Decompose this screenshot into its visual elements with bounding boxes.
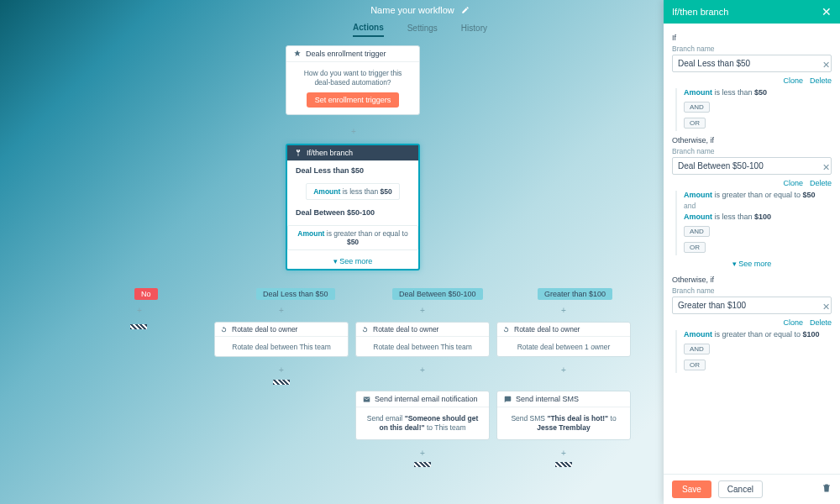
panel-footer: Save Cancel: [664, 474, 840, 504]
trigger-prompt: How do you want to trigger this deal-bas…: [297, 69, 409, 87]
card-header: Deals enrollment trigger: [286, 46, 419, 62]
plus-icon[interactable]: +: [420, 365, 425, 375]
end-marker: [414, 462, 431, 467]
remove-branch-icon[interactable]: ✕: [822, 302, 830, 312]
see-more-link[interactable]: ▾ See more: [672, 257, 832, 270]
branch-1-name-input[interactable]: [672, 55, 832, 72]
branch-1-title: Deal Less than $50: [287, 161, 418, 180]
enrollment-trigger-card[interactable]: Deals enrollment trigger How do you want…: [286, 45, 420, 115]
branch-3-name-input[interactable]: [672, 297, 832, 314]
email-icon: [363, 396, 370, 403]
card-header: If/then branch: [287, 145, 418, 161]
tab-actions[interactable]: Actions: [353, 23, 384, 37]
branch-2-title: Deal Between $50-100: [287, 203, 418, 222]
end-marker: [555, 462, 572, 467]
cancel-button[interactable]: Cancel: [718, 480, 763, 498]
and-chip[interactable]: AND: [684, 344, 710, 354]
set-enrollment-triggers-button[interactable]: Set enrollment triggers: [307, 92, 400, 108]
plus-icon[interactable]: +: [420, 449, 425, 458]
rotate-icon: [361, 326, 369, 333]
close-icon[interactable]: ✕: [822, 5, 832, 18]
branch-block-1: Branch name ✕ CloneDelete Amount is less…: [672, 45, 832, 131]
branch-3-condition[interactable]: Amount is greater than or equal to $100: [684, 330, 832, 339]
or-chip[interactable]: OR: [684, 360, 706, 370]
pencil-icon[interactable]: [461, 6, 470, 14]
if-then-branch-card[interactable]: If/then branch Deal Less than $50 Amount…: [286, 144, 420, 270]
plus-icon[interactable]: +: [279, 306, 284, 315]
branch-2a-condition[interactable]: Amount is greater than or equal to $50: [684, 191, 832, 199]
branch-2b-condition[interactable]: Amount is less than $100: [684, 213, 832, 221]
plus-icon[interactable]: +: [561, 365, 566, 375]
clone-link[interactable]: Clone: [783, 76, 803, 85]
end-marker: [273, 380, 290, 385]
delete-link[interactable]: Delete: [810, 179, 832, 187]
see-more-link[interactable]: ▾ See more: [287, 254, 418, 269]
plus-icon[interactable]: +: [420, 306, 425, 315]
delete-link[interactable]: Delete: [810, 318, 832, 327]
branch-block-2: Branch name ✕ CloneDelete Amount is grea…: [672, 147, 832, 270]
and-chip[interactable]: AND: [684, 102, 710, 113]
branch-icon: [294, 149, 302, 157]
or-chip[interactable]: OR: [684, 118, 706, 129]
send-sms-card[interactable]: Send internal SMS Send SMS "This deal is…: [496, 391, 631, 440]
rotate-card-2[interactable]: Rotate deal to owner Rotate deal between…: [355, 322, 490, 357]
branch-pill-no[interactable]: No: [134, 288, 158, 300]
plus-icon[interactable]: +: [137, 306, 142, 315]
plus-icon[interactable]: +: [561, 449, 566, 458]
branch-pill-2[interactable]: Deal Between $50-100: [392, 288, 483, 300]
branch-pill-1[interactable]: Deal Less than $50: [256, 288, 335, 300]
plus-icon[interactable]: +: [561, 306, 566, 315]
plus-icon[interactable]: +: [279, 365, 284, 375]
rotate-icon: [502, 326, 510, 333]
tab-history[interactable]: History: [461, 24, 487, 36]
send-email-card[interactable]: Send internal email notification Send em…: [355, 391, 490, 440]
workflow-canvas[interactable]: Deals enrollment trigger How do you want…: [0, 39, 664, 504]
tab-settings[interactable]: Settings: [407, 24, 438, 36]
branch-editor-panel: If/then branch ✕ If Branch name ✕ CloneD…: [664, 0, 840, 504]
rotate-card-3[interactable]: Rotate deal to owner Rotate deal between…: [496, 322, 631, 357]
plus-icon[interactable]: +: [351, 127, 356, 136]
rotate-icon: [220, 326, 228, 333]
branch-block-3: Branch name ✕ CloneDelete Amount is grea…: [672, 286, 832, 373]
trash-icon[interactable]: [822, 483, 832, 496]
remove-branch-icon[interactable]: ✕: [822, 60, 830, 71]
workflow-title: Name your workflow: [370, 5, 454, 15]
branch-2-condition: Amount is greater than or equal to $50: [287, 225, 418, 250]
trigger-icon: [293, 50, 302, 58]
end-marker: [130, 324, 147, 329]
and-chip[interactable]: AND: [684, 226, 710, 237]
otherwise-label: Otherwise, if: [672, 136, 832, 144]
remove-branch-icon[interactable]: ✕: [822, 162, 830, 173]
clone-link[interactable]: Clone: [783, 179, 803, 187]
clone-link[interactable]: Clone: [783, 318, 803, 327]
branch-1-condition: Amount is less than $50: [306, 183, 400, 200]
sms-icon: [504, 396, 512, 403]
branch-1-condition[interactable]: Amount is less than $50: [684, 88, 832, 97]
panel-header: If/then branch ✕: [664, 0, 840, 24]
if-label: If: [672, 34, 832, 42]
or-chip[interactable]: OR: [684, 242, 706, 253]
branch-pill-3[interactable]: Greater than $100: [538, 288, 612, 300]
rotate-card-1[interactable]: Rotate deal to owner Rotate deal between…: [214, 322, 349, 357]
save-button[interactable]: Save: [672, 480, 711, 498]
otherwise-label-2: Otherwise, if: [672, 276, 832, 284]
delete-link[interactable]: Delete: [810, 76, 832, 85]
branch-2-name-input[interactable]: [672, 157, 832, 175]
